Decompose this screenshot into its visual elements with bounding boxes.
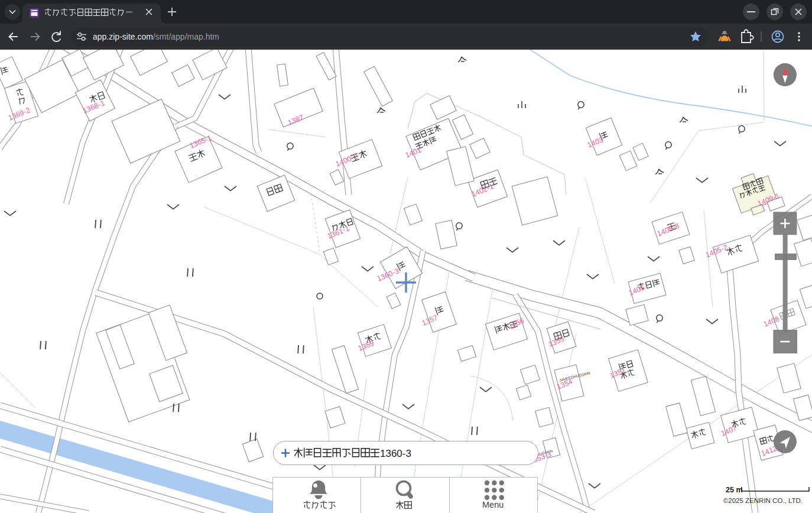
svg-text:©2025 ZENRIN CO., LTD.: ©2025 ZENRIN CO., LTD. [723, 497, 803, 504]
svg-text:25 m: 25 m [726, 486, 743, 494]
svg-text:Menu: Menu [482, 500, 504, 509]
svg-text:1360-3: 1360-3 [380, 448, 411, 459]
svg-text:app.zip-site.com/smt/app/map.h: app.zip-site.com/smt/app/map.htm [93, 32, 219, 41]
